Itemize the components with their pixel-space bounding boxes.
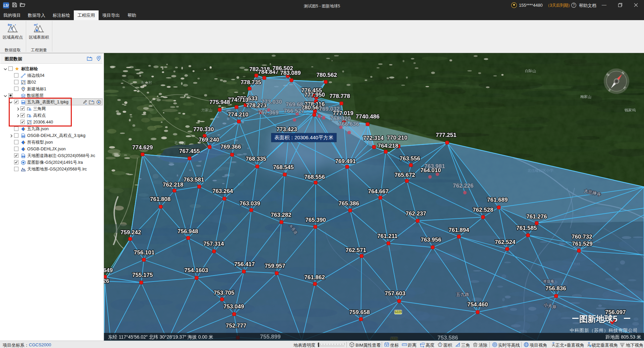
svg-text:769.68: 769.68	[286, 101, 303, 108]
svg-text:778.778: 778.778	[329, 93, 350, 99]
svg-text:763.282: 763.282	[271, 212, 291, 218]
svg-text:766.636: 766.636	[338, 121, 359, 127]
svg-text:762.528: 762.528	[473, 207, 493, 213]
svg-text:LRC: LRC	[22, 156, 24, 157]
svg-text:东经 117°45′56.02″ 北纬 30°28′19.3: 东经 117°45′56.02″ 北纬 30°28′19.37″ 海拔 0.00…	[108, 334, 213, 340]
svg-text:772.314: 772.314	[363, 135, 384, 141]
svg-text:756.836: 756.836	[545, 285, 566, 292]
svg-text:769.366: 769.366	[220, 144, 241, 150]
svg-text:780.562: 780.562	[316, 72, 337, 78]
svg-text:753.705: 753.705	[214, 290, 234, 296]
svg-text:778.735: 778.735	[240, 79, 261, 86]
svg-text:770.210: 770.210	[387, 135, 407, 141]
svg-text:763.981: 763.981	[424, 163, 445, 169]
svg-text:768.556: 768.556	[304, 174, 325, 180]
svg-text:761.276: 761.276	[526, 213, 547, 220]
svg-text:767.369: 767.369	[258, 109, 278, 116]
svg-text:759.957: 759.957	[265, 263, 285, 269]
svg-text:756.101: 756.101	[134, 249, 154, 256]
svg-text:773.030: 773.030	[261, 99, 282, 105]
svg-text:760.732: 760.732	[572, 234, 592, 240]
svg-text:8m: 8m	[8, 23, 12, 27]
svg-text:755.175: 755.175	[132, 272, 153, 278]
svg-text:754.460: 754.460	[467, 301, 488, 308]
svg-text:768.335: 768.335	[246, 156, 266, 162]
svg-text:762.237: 762.237	[406, 210, 426, 217]
svg-text:757.314: 757.314	[203, 241, 224, 247]
svg-text:775.948: 775.948	[209, 99, 230, 105]
svg-text:763.556: 763.556	[399, 155, 420, 162]
svg-text:761.689: 761.689	[487, 197, 507, 203]
svg-text:753.586: 753.586	[437, 335, 458, 341]
svg-text:763.581: 763.581	[183, 177, 204, 183]
svg-text:?: ?	[573, 3, 575, 7]
svg-text:762.524: 762.524	[495, 239, 516, 245]
svg-text:・准提庵: ・准提庵	[539, 279, 554, 283]
svg-text:765.672: 765.672	[394, 172, 415, 178]
svg-text:754.1603: 754.1603	[184, 267, 208, 274]
svg-text:767.455: 767.455	[179, 148, 200, 154]
svg-text:769.032: 769.032	[319, 106, 339, 112]
svg-text:774.210: 774.210	[228, 111, 248, 118]
svg-text:763.264: 763.264	[212, 188, 233, 194]
svg-text:774.629: 774.629	[132, 144, 153, 151]
svg-text:752.777: 752.777	[226, 322, 246, 329]
svg-text:S229: S229	[394, 310, 402, 314]
svg-text:766.527: 766.527	[284, 108, 304, 114]
svg-text:770.330: 770.330	[193, 126, 214, 133]
svg-text:五九路: 五九路	[456, 292, 469, 297]
svg-text:7740.486: 7740.486	[356, 113, 380, 120]
svg-text:765.390: 765.390	[305, 217, 326, 223]
svg-text:763.956: 763.956	[421, 237, 441, 243]
svg-text:755.899: 755.899	[260, 334, 280, 340]
svg-text:761.808: 761.808	[150, 196, 170, 202]
svg-text:761.585: 761.585	[516, 225, 537, 231]
svg-text:765.386: 765.386	[338, 200, 359, 207]
svg-text:759.658: 759.658	[349, 309, 370, 315]
svg-text:761.862: 761.862	[304, 274, 325, 281]
svg-text:764.667: 764.667	[368, 188, 388, 195]
svg-text:756.948: 756.948	[177, 228, 198, 235]
svg-text:762.226: 762.226	[453, 183, 473, 189]
svg-text:774.713: 774.713	[228, 97, 248, 103]
svg-text:769.240: 769.240	[199, 137, 219, 143]
svg-text:649: 649	[104, 267, 113, 274]
svg-text:763.039: 763.039	[239, 200, 260, 207]
svg-text:757.603: 757.603	[385, 290, 405, 297]
svg-text:768.545: 768.545	[273, 164, 293, 170]
svg-text:表面积：20306.440平方米: 表面积：20306.440平方米	[274, 135, 333, 140]
svg-text:777.251: 777.251	[436, 132, 456, 138]
svg-text:759.242: 759.242	[120, 229, 141, 236]
svg-text:764.218: 764.218	[378, 143, 398, 149]
svg-text:距地面 805.53 米: 距地面 805.53 米	[605, 334, 641, 340]
svg-text:762.218: 762.218	[163, 182, 183, 188]
svg-text:773.423: 773.423	[276, 126, 297, 133]
svg-text:756.417: 756.417	[234, 261, 255, 267]
svg-text:777.950: 777.950	[304, 92, 325, 98]
svg-text:753.049: 753.049	[223, 303, 244, 310]
svg-text:26: 26	[104, 278, 109, 284]
svg-text:TPKG: TPKG	[22, 136, 25, 137]
svg-text:中科图新（苏州）科技有限公司: 中科图新（苏州）科技有限公司	[570, 328, 638, 333]
svg-text:761.894: 761.894	[448, 227, 469, 233]
svg-text:761.211: 761.211	[377, 233, 398, 239]
svg-text:762.571: 762.571	[345, 247, 366, 253]
svg-text:783.089: 783.089	[280, 70, 301, 76]
svg-text:761.529: 761.529	[572, 241, 592, 247]
svg-text:769.491: 769.491	[335, 158, 356, 164]
